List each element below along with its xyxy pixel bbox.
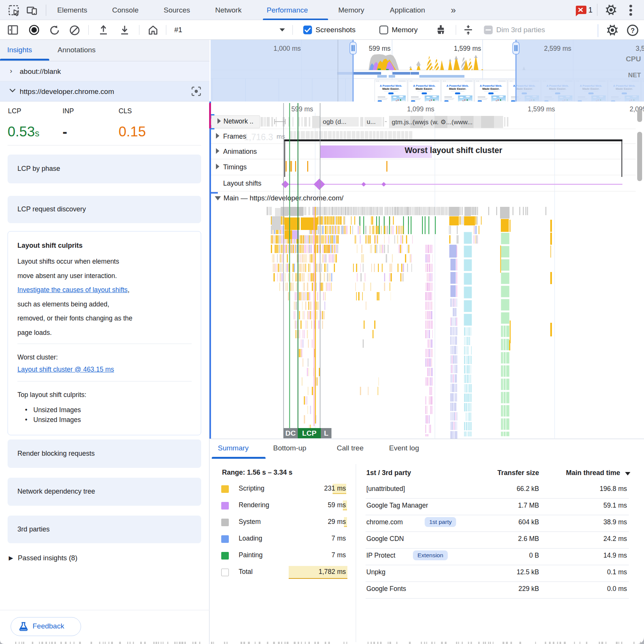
svg-text:Layout shifts: Layout shifts [223,180,261,187]
svg-text:gtm.js..(wwjs (w. ⚙...(www...: gtm.js..(wwjs (w. ⚙...(www... [392,119,473,126]
svg-text:Frames: Frames [223,133,246,140]
svg-text:599 ms: 599 ms [291,105,313,113]
svg-text:1,099 ms: 1,099 ms [407,105,435,113]
svg-text:1,599 ms: 1,599 ms [454,45,481,52]
svg-text:DC: DC [285,429,296,437]
svg-text:ogb (d...: ogb (d... [323,118,346,125]
svg-text:L: L [324,429,328,437]
svg-text:NET: NET [628,72,641,79]
svg-text:?: ? [631,27,635,34]
svg-text:Worst layout shift cluster: Worst layout shift cluster [405,146,502,155]
svg-text:ms: ms [277,133,285,140]
svg-text:1,599 ms: 1,599 ms [528,105,555,113]
svg-text:LCP: LCP [302,429,317,437]
svg-text:599 ms: 599 ms [369,45,391,52]
svg-text:Animations: Animations [223,148,257,155]
svg-text:1,000 ms: 1,000 ms [274,45,301,52]
svg-text:u...: u... [367,118,376,125]
svg-text:3,599: 3,599 [636,45,644,52]
svg-text:Network ..: Network .. [224,117,253,125]
svg-text:1,716.3: 1,716.3 [244,132,273,142]
svg-text:2,599 ms: 2,599 ms [544,45,571,52]
svg-text:Timings: Timings [223,163,247,171]
svg-text:CPU: CPU [626,55,641,63]
